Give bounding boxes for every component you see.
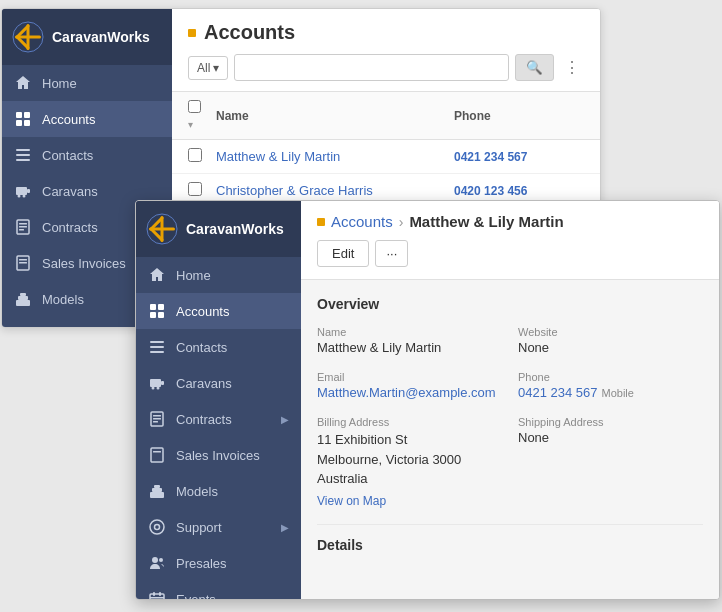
shipping-value: None: [518, 430, 703, 445]
view-on-map-link[interactable]: View on Map: [317, 494, 502, 508]
svg-rect-13: [27, 189, 30, 193]
more-actions-button[interactable]: ···: [375, 240, 408, 267]
svg-point-58: [159, 558, 163, 562]
svg-rect-53: [152, 488, 162, 492]
svg-rect-49: [153, 421, 158, 423]
svg-rect-51: [153, 451, 161, 453]
front-nav-caravans-label: Caravans: [176, 376, 232, 391]
billing-field-group: Billing Address 11 Exhibition St Melbour…: [317, 416, 502, 508]
email-label: Email: [317, 371, 502, 383]
back-nav-contacts[interactable]: Contacts: [2, 137, 172, 173]
front-nav-sales-invoices[interactable]: Sales Invoices: [136, 437, 301, 473]
front-nav-caravans[interactable]: Caravans: [136, 365, 301, 401]
row2-checkbox[interactable]: [188, 182, 202, 196]
phone-value-link[interactable]: 0421 234 567: [518, 385, 598, 400]
svg-rect-36: [158, 304, 164, 310]
svg-rect-43: [161, 381, 164, 385]
sort-icon: ▾: [188, 119, 193, 130]
models-icon: [14, 290, 32, 308]
front-nav-support[interactable]: Support ▶: [136, 509, 301, 545]
shipping-label: Shipping Address: [518, 416, 703, 428]
svg-rect-42: [150, 379, 161, 387]
front-nav-contracts[interactable]: Contracts ▶: [136, 401, 301, 437]
row1-check-col: [188, 148, 208, 165]
name-field-group: Name Matthew & Lily Martin: [317, 326, 502, 355]
svg-rect-21: [19, 259, 27, 261]
contacts-icon: [14, 146, 32, 164]
svg-rect-17: [19, 223, 27, 225]
title-dot: [188, 29, 196, 37]
billing-label: Billing Address: [317, 416, 502, 428]
overview-fields: Name Matthew & Lily Martin Website None …: [317, 326, 703, 508]
front-nav-models[interactable]: Models: [136, 473, 301, 509]
breadcrumb-current: Matthew & Lily Martin: [409, 213, 563, 230]
svg-rect-41: [150, 351, 164, 353]
svg-rect-35: [150, 304, 156, 310]
row2-name-link[interactable]: Christopher & Grace Harris: [216, 183, 446, 198]
table-row: Matthew & Lily Martin 0421 234 567: [172, 140, 600, 174]
front-nav-events-label: Events: [176, 592, 216, 601]
front-accounts-icon: [148, 302, 166, 320]
email-value-link[interactable]: Matthew.Martin@example.com: [317, 385, 502, 400]
all-filter-button[interactable]: All ▾: [188, 56, 228, 80]
svg-rect-52: [150, 492, 164, 498]
row1-checkbox[interactable]: [188, 148, 202, 162]
accounts-icon: [14, 110, 32, 128]
back-nav-accounts[interactable]: Accounts: [2, 101, 172, 137]
front-contracts-icon: [148, 410, 166, 428]
back-nav-sales-invoices-label: Sales Invoices: [42, 256, 126, 271]
front-nav-home[interactable]: Home: [136, 257, 301, 293]
front-contacts-icon: [148, 338, 166, 356]
select-all-checkbox[interactable]: [188, 100, 201, 113]
front-logo: CaravanWorks: [136, 201, 301, 257]
front-presales-icon: [148, 554, 166, 572]
svg-rect-8: [24, 120, 30, 126]
svg-rect-38: [158, 312, 164, 318]
logo-icon: [12, 21, 44, 53]
search-button[interactable]: 🔍: [515, 54, 554, 81]
row1-name-link[interactable]: Matthew & Lily Martin: [216, 149, 446, 164]
search-input[interactable]: [234, 54, 509, 81]
front-nav-events[interactable]: Events: [136, 581, 301, 600]
edit-button[interactable]: Edit: [317, 240, 369, 267]
logo: CaravanWorks: [2, 9, 172, 65]
details-section: Details: [317, 524, 703, 553]
website-field-group: Website None: [518, 326, 703, 355]
phone-label: Phone: [518, 371, 703, 383]
front-nav-contacts-label: Contacts: [176, 340, 227, 355]
billing-line3: Australia: [317, 471, 368, 486]
svg-point-14: [18, 195, 21, 198]
email-field-group: Email Matthew.Martin@example.com: [317, 371, 502, 400]
search-icon: 🔍: [526, 60, 543, 75]
back-nav-home[interactable]: Home: [2, 65, 172, 101]
back-page-title: Accounts: [204, 21, 295, 44]
svg-rect-24: [18, 296, 28, 300]
front-events-icon: [148, 590, 166, 600]
svg-rect-9: [16, 149, 30, 151]
caravans-icon: [14, 182, 32, 200]
front-nav-contracts-label: Contracts: [176, 412, 232, 427]
back-nav-caravans-label: Caravans: [42, 184, 98, 199]
logo-text: CaravanWorks: [52, 29, 150, 45]
svg-rect-6: [24, 112, 30, 118]
more-options-button[interactable]: ⋮: [560, 54, 584, 81]
back-nav-home-label: Home: [42, 76, 77, 91]
svg-point-56: [155, 525, 160, 530]
front-nav-sales-invoices-label: Sales Invoices: [176, 448, 260, 463]
svg-rect-19: [19, 229, 24, 231]
sales-invoices-icon: [14, 254, 32, 272]
back-nav-models-label: Models: [42, 292, 84, 307]
breadcrumb-accounts-link[interactable]: Accounts: [331, 213, 393, 230]
front-sidebar: CaravanWorks Home Accounts Contacts: [136, 201, 301, 599]
back-nav-contracts-label: Contracts: [42, 220, 98, 235]
front-nav-presales[interactable]: Presales: [136, 545, 301, 581]
svg-rect-18: [19, 226, 27, 228]
row2-phone: 0420 123 456: [454, 184, 584, 198]
front-nav-contacts[interactable]: Contacts: [136, 329, 301, 365]
back-nav-contacts-label: Contacts: [42, 148, 93, 163]
front-nav-accounts-label: Accounts: [176, 304, 229, 319]
svg-rect-22: [19, 262, 27, 264]
front-nav-accounts[interactable]: Accounts: [136, 293, 301, 329]
website-label: Website: [518, 326, 703, 338]
svg-rect-48: [153, 418, 161, 420]
